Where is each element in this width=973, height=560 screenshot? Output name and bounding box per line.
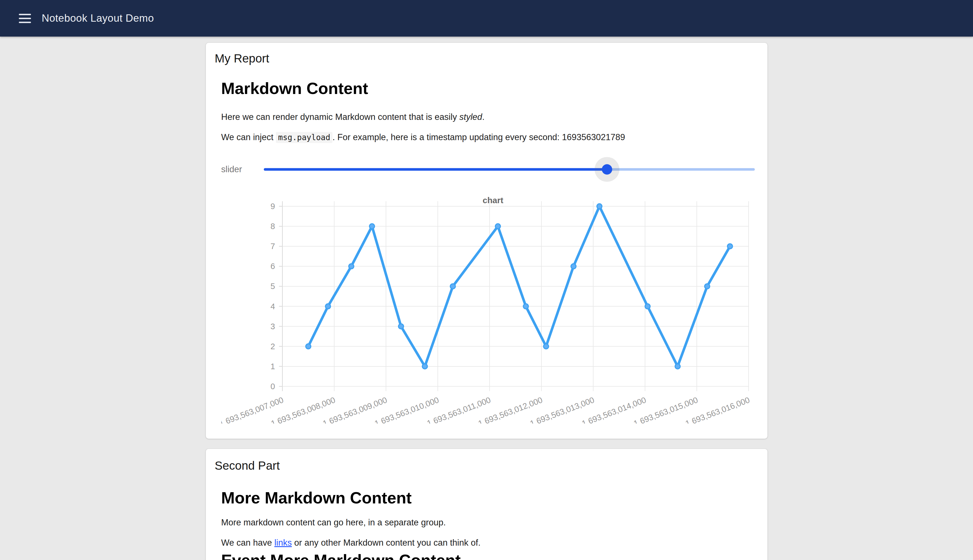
even-more-markdown-heading: Event More Markdown Content [221,551,461,560]
app-title: Notebook Layout Demo [42,12,154,24]
svg-text:9: 9 [270,202,275,211]
second-card-title: Second Part [215,459,280,472]
svg-text:8: 8 [270,222,275,231]
svg-text:6: 6 [270,262,275,271]
svg-text:1: 1 [270,362,275,371]
report-card-title: My Report [215,52,269,65]
links-link[interactable]: links [274,538,292,548]
report-card: My Report Markdown Content Here we can r… [206,43,768,439]
svg-text:7: 7 [270,242,275,251]
page-body: My Report Markdown Content Here we can r… [0,37,973,560]
app-header: Notebook Layout Demo [0,0,973,37]
menu-icon [19,14,31,15]
slider-row: slider [221,160,755,179]
second-card: Second Part More Markdown Content More m… [206,449,768,560]
markdown-paragraph-2: We can inject msg.payload. For example, … [221,132,625,143]
svg-text:chart: chart [482,196,503,205]
line-chart: 1,693,563,007,0001,693,563,008,0001,693,… [221,194,751,423]
svg-text:5: 5 [270,282,275,291]
second-paragraph-2: We can have links or any other Markdown … [221,537,481,548]
slider-track-fill[interactable] [264,168,607,171]
svg-text:4: 4 [270,302,275,311]
slider-label: slider [221,164,257,175]
second-paragraph-1: More markdown content can go here, in a … [221,517,446,528]
markdown-paragraph-1: Here we can render dynamic Markdown cont… [221,112,485,123]
chart-canvas: 1,693,563,007,0001,693,563,008,0001,693,… [221,194,751,423]
menu-button[interactable] [11,5,38,32]
slider-track[interactable] [264,160,755,179]
slider-thumb[interactable] [602,164,612,175]
markdown-heading: Markdown Content [221,79,368,98]
svg-text:0: 0 [270,382,275,391]
svg-text:2: 2 [270,342,275,351]
styled-italic: styled [459,112,482,122]
more-markdown-heading: More Markdown Content [221,488,412,507]
msg-payload-code: msg.payload [276,132,332,143]
svg-text:3: 3 [270,322,275,331]
timestamp-value: 1693563021789 [562,132,625,142]
